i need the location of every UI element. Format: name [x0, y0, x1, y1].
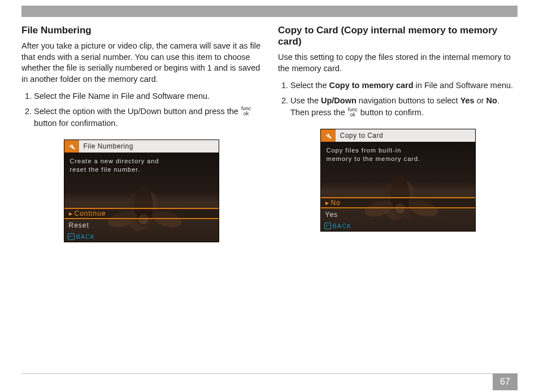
back-icon: ↶: [324, 223, 331, 229]
page-number: 67: [493, 373, 518, 390]
cam-option-selected: No: [321, 197, 475, 208]
cam-header: Copy to Card: [321, 129, 475, 142]
cam-menu: No Yes: [321, 197, 475, 220]
intro-copy-to-card: Use this setting to copy the files store…: [278, 52, 518, 74]
step-2-right: Use the Up/Down navigation buttons to se…: [290, 95, 518, 119]
cam-desc-line1: Create a new directory and: [70, 157, 213, 165]
back-icon: ↶: [68, 233, 75, 240]
func-ok-icon: funcok: [347, 107, 358, 117]
cam-desc-line2: memory to the memory card.: [327, 155, 470, 163]
cam-desc-line1: Copy files from built-in: [327, 146, 470, 155]
intro-file-numbering: After you take a picture or video clip, …: [21, 41, 261, 85]
step-1-left: Select the File Name in File and Softwar…: [34, 90, 261, 102]
header-bar: [21, 6, 518, 17]
heading-file-numbering: File Numbering: [21, 25, 261, 36]
cam-menu: Continue Reset: [64, 208, 219, 230]
wrench-icon: [64, 140, 79, 153]
cam-desc-line2: reset the file number.: [70, 165, 213, 174]
flower-background: [90, 169, 197, 242]
step-2-left: Select the option with the Up/Down butto…: [34, 106, 261, 129]
flower-background: [346, 159, 454, 231]
section-file-numbering: File Numbering After you take a picture …: [21, 25, 261, 242]
cam-option-selected: Continue: [64, 208, 219, 219]
camera-screenshot-file-numbering: File Numbering Create a new directo: [64, 140, 219, 242]
cam-back: ↶BACK: [64, 232, 95, 242]
cam-option-2: Reset: [64, 219, 219, 230]
section-copy-to-card: Copy to Card (Copy internal memory to me…: [278, 25, 518, 242]
func-ok-icon: funcok: [241, 106, 251, 116]
cam-option-2: Yes: [321, 208, 475, 220]
step-1-right: Select the Copy to memory card in File a…: [290, 80, 518, 92]
cam-header: File Numbering: [64, 140, 219, 153]
cam-title: Copy to Card: [340, 132, 384, 140]
wrench-icon: [321, 129, 336, 142]
footer-rule: 67: [21, 373, 518, 374]
cam-title: File Numbering: [84, 142, 133, 150]
heading-copy-to-card: Copy to Card (Copy internal memory to me…: [278, 25, 518, 47]
cam-back: ↶BACK: [321, 221, 352, 231]
camera-screenshot-copy-to-card: Copy to Card Copy files from built-: [320, 129, 476, 232]
